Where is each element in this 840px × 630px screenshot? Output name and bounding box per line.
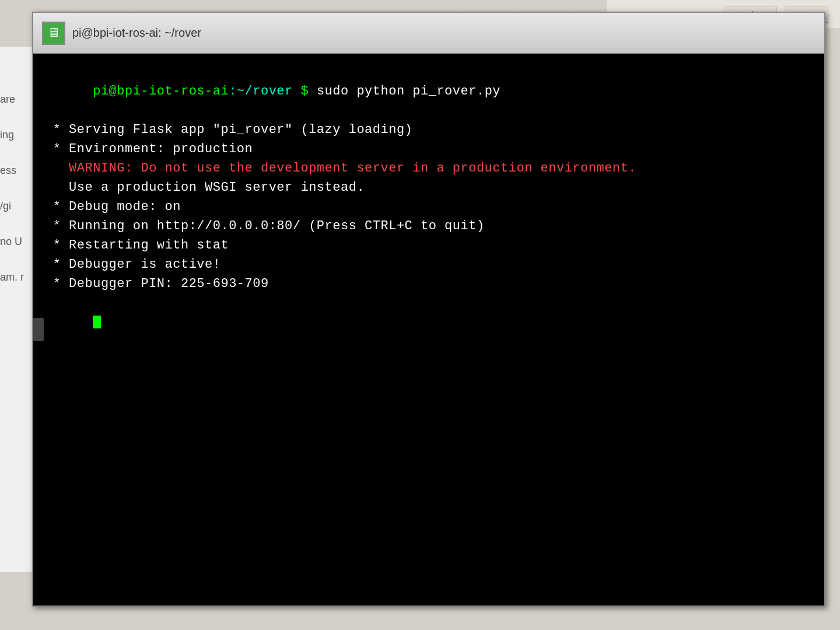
terminal-title: pi@bpi-iot-ros-ai: ~/rover: [72, 26, 201, 40]
scroll-indicator: [33, 318, 44, 341]
prompt-dollar: $: [293, 84, 309, 99]
output-line-6: * Running on http://0.0.0.0:80/ (Press C…: [45, 216, 813, 236]
output-line-5: * Debug mode: on: [45, 197, 813, 216]
terminal-icon: [42, 22, 65, 45]
prompt-user: pi@bpi-iot-ros-ai: [93, 84, 229, 99]
terminal-cursor-line: [45, 293, 813, 351]
sidebar-text-5: no U: [0, 236, 34, 248]
prompt-path: :~/rover: [229, 84, 293, 99]
output-line-debugger-active: * Debugger is active!: [45, 255, 813, 274]
sidebar-text-3: ess: [0, 164, 34, 177]
output-line-2: * Environment: production: [45, 139, 813, 159]
output-line-warning: WARNING: Do not use the development serv…: [45, 159, 813, 178]
terminal-cursor: [93, 316, 101, 328]
terminal-titlebar: pi@bpi-iot-ros-ai: ~/rover: [33, 13, 824, 54]
prompt-command: sudo python pi_rover.py: [309, 84, 501, 99]
sidebar: are ing ess /gi no U am. r: [0, 47, 35, 572]
sidebar-text-1: are: [0, 93, 34, 106]
output-line-debugger-pin: * Debugger PIN: 225-693-709: [45, 274, 813, 293]
sidebar-text-4: /gi: [0, 200, 34, 212]
output-line-1: * Serving Flask app "pi_rover" (lazy loa…: [45, 120, 813, 139]
sidebar-text-6: am. r: [0, 271, 34, 284]
output-line-4: Use a production WSGI server instead.: [45, 178, 813, 197]
terminal-window[interactable]: pi@bpi-iot-ros-ai: ~/rover pi@bpi-iot-ro…: [32, 12, 825, 607]
sidebar-text-2: ing: [0, 129, 34, 141]
terminal-content[interactable]: pi@bpi-iot-ros-ai:~/rover $ sudo python …: [33, 54, 824, 606]
output-line-restarting: * Restarting with stat: [45, 236, 813, 255]
terminal-prompt-line: pi@bpi-iot-ros-ai:~/rover $ sudo python …: [45, 62, 813, 120]
